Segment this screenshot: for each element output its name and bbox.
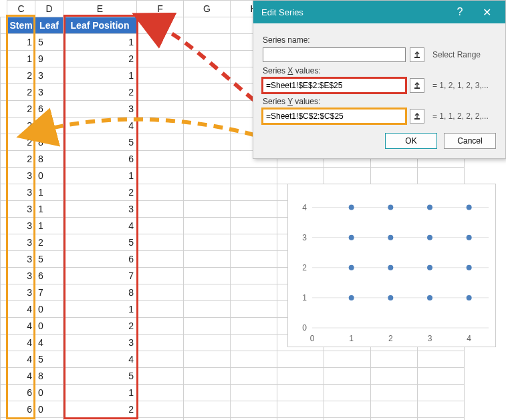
cell-leafpos[interactable]: 6 <box>64 151 137 168</box>
cell-stem[interactable]: 2 <box>7 84 35 101</box>
range-picker-icon[interactable] <box>410 47 424 62</box>
cell-leafpos[interactable]: 3 <box>64 201 137 218</box>
data-point <box>467 205 472 210</box>
cell-leaf[interactable]: 5 <box>35 351 64 368</box>
cell-leaf[interactable]: 5 <box>35 34 64 51</box>
hdr-leafpos[interactable]: Leaf Position <box>64 17 137 34</box>
cell-leaf[interactable]: 2 <box>35 234 64 251</box>
colhdr-c[interactable]: C <box>7 1 35 17</box>
cell-leafpos[interactable]: 2 <box>64 84 137 101</box>
cell-leafpos[interactable]: 8 <box>64 284 137 301</box>
cell-stem[interactable]: 2 <box>7 151 35 168</box>
cell-stem[interactable]: 2 <box>7 134 35 151</box>
cell-leafpos[interactable]: 2 <box>64 51 137 67</box>
cell-leaf[interactable]: 8 <box>35 151 64 168</box>
data-point <box>388 295 393 300</box>
cell-leaf[interactable]: 4 <box>35 335 64 351</box>
dialog-titlebar[interactable]: Edit Series ? ✕ <box>253 1 505 23</box>
cell-leafpos[interactable]: 6 <box>64 251 137 268</box>
cell-leafpos[interactable]: 1 <box>64 168 137 184</box>
cell-leaf[interactable]: 7 <box>35 284 64 301</box>
cell-leafpos[interactable]: 2 <box>64 401 137 418</box>
series-name-input[interactable] <box>263 47 406 62</box>
cell-stem[interactable]: 6 <box>7 385 35 401</box>
cell-leafpos[interactable]: 5 <box>64 134 137 151</box>
series-x-input[interactable] <box>263 78 406 93</box>
cell-stem[interactable]: 2 <box>7 101 35 118</box>
data-point <box>467 235 472 240</box>
cell-leaf[interactable]: 1 <box>35 201 64 218</box>
cell-leaf[interactable]: 6 <box>35 268 64 284</box>
cell-leaf[interactable]: 0 <box>35 318 64 335</box>
cell-leafpos[interactable]: 1 <box>64 34 137 51</box>
colhdr-f[interactable]: F <box>137 1 184 17</box>
cell-leaf[interactable]: 5 <box>35 251 64 268</box>
series-x-label: Series X values: <box>263 66 496 75</box>
cell-leafpos[interactable]: 3 <box>64 101 137 118</box>
cell-stem[interactable]: 3 <box>7 251 35 268</box>
cell-leafpos[interactable]: 2 <box>64 318 137 335</box>
cell-leaf[interactable]: 1 <box>35 184 64 201</box>
range-picker-icon[interactable] <box>410 109 424 124</box>
cell-stem[interactable]: 2 <box>7 118 35 134</box>
cell-stem[interactable]: 3 <box>7 284 35 301</box>
hdr-leaf[interactable]: Leaf <box>35 17 64 34</box>
cell-leafpos[interactable]: 3 <box>64 335 137 351</box>
cell-leaf[interactable]: 1 <box>35 218 64 234</box>
edit-series-dialog: Edit Series ? ✕ Series name: Select Rang… <box>253 0 506 159</box>
cell-leafpos[interactable]: 4 <box>64 218 137 234</box>
colhdr-d[interactable]: D <box>35 1 64 17</box>
cell-leaf[interactable]: 0 <box>35 401 64 418</box>
cell-stem[interactable]: 3 <box>7 201 35 218</box>
cell-leafpos[interactable]: 5 <box>64 234 137 251</box>
cell-stem[interactable]: 4 <box>7 351 35 368</box>
cell-leafpos[interactable]: 1 <box>64 301 137 318</box>
cell-stem[interactable]: 3 <box>7 268 35 284</box>
cell-stem[interactable]: 2 <box>7 67 35 84</box>
ok-button[interactable]: OK <box>385 133 437 149</box>
cell-stem[interactable]: 1 <box>7 34 35 51</box>
cell-stem[interactable]: 3 <box>7 234 35 251</box>
cell-leaf[interactable]: 6 <box>35 101 64 118</box>
cell-leaf[interactable]: 9 <box>35 51 64 67</box>
cell-leafpos[interactable]: 4 <box>64 351 137 368</box>
cell-stem[interactable]: 3 <box>7 184 35 201</box>
cell-leaf[interactable]: 3 <box>35 67 64 84</box>
cell-leaf[interactable]: 3 <box>35 84 64 101</box>
cell-leaf[interactable]: 0 <box>35 168 64 184</box>
cell-stem[interactable]: 4 <box>7 301 35 318</box>
cell-stem[interactable]: 4 <box>7 318 35 335</box>
cell-leaf[interactable]: 7 <box>35 118 64 134</box>
cell-leafpos[interactable]: 1 <box>64 67 137 84</box>
cell-stem[interactable]: 3 <box>7 168 35 184</box>
cell-stem[interactable]: 6 <box>7 401 35 418</box>
cell-leaf[interactable]: 8 <box>35 134 64 151</box>
cell-leaf[interactable]: 0 <box>35 301 64 318</box>
x-tick-label: 2 <box>388 334 393 343</box>
cell-leafpos[interactable]: 1 <box>64 385 137 401</box>
cell-stem[interactable]: 6 <box>7 418 35 421</box>
cell-stem[interactable]: 1 <box>7 51 35 67</box>
cell-stem[interactable]: 4 <box>7 368 35 385</box>
cell-leafpos[interactable]: 3 <box>64 418 137 421</box>
cell-leafpos[interactable]: 4 <box>64 118 137 134</box>
colhdr-e[interactable]: E <box>64 1 137 17</box>
colhdr-g[interactable]: G <box>184 1 231 17</box>
cell-leafpos[interactable]: 5 <box>64 368 137 385</box>
series-name-preview: Select Range <box>432 50 481 59</box>
cell-leaf[interactable]: 0 <box>35 418 64 421</box>
cell-leaf[interactable]: 8 <box>35 368 64 385</box>
hdr-stem[interactable]: Stem <box>7 17 35 34</box>
close-icon[interactable]: ✕ <box>473 6 500 19</box>
series-y-input[interactable] <box>263 109 406 124</box>
range-picker-icon[interactable] <box>410 78 424 93</box>
table-row: 454 <box>1 351 465 368</box>
cell-leafpos[interactable]: 2 <box>64 184 137 201</box>
cell-leafpos[interactable]: 7 <box>64 268 137 284</box>
scatter-chart[interactable]: 0123401234 <box>287 184 496 347</box>
cell-leaf[interactable]: 0 <box>35 385 64 401</box>
cell-stem[interactable]: 3 <box>7 218 35 234</box>
cell-stem[interactable]: 4 <box>7 335 35 351</box>
help-icon[interactable]: ? <box>447 6 473 18</box>
cancel-button[interactable]: Cancel <box>444 133 496 149</box>
